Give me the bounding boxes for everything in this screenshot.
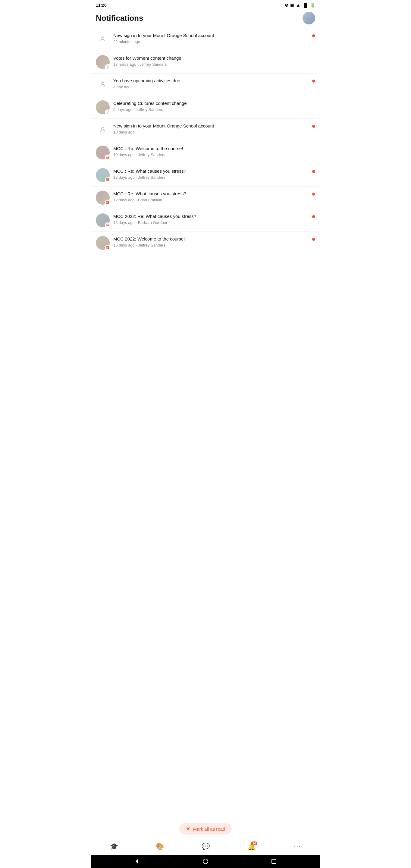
notification-content: Votes for Women! content change 17 hours… xyxy=(113,55,309,67)
svg-rect-25 xyxy=(106,203,107,203)
unread-dot xyxy=(312,193,315,195)
notification-content: New sign in to your Mount Orange School … xyxy=(113,33,309,44)
svg-rect-19 xyxy=(106,179,109,179)
notification-title: New sign in to your Mount Orange School … xyxy=(113,33,309,38)
notification-content: MCC 2022: Re: What causes you stress? 15… xyxy=(113,213,309,225)
nav-icon-more: ⋯ xyxy=(294,843,301,850)
eye-icon: 👁 xyxy=(186,826,191,832)
svg-rect-17 xyxy=(106,158,107,158)
bulb-badge-icon xyxy=(105,110,110,115)
notification-title: MCC : Re: What causes you stress? xyxy=(113,168,309,174)
notification-title: Votes for Women! content change xyxy=(113,55,309,61)
notification-item[interactable]: New sign in to your Mount Orange School … xyxy=(91,119,320,141)
android-recents-button[interactable] xyxy=(271,858,277,864)
notification-content: New sign in to your Mount Orange School … xyxy=(113,123,309,134)
notification-meta: 9 days ago · Jeffrey Sanders xyxy=(113,107,309,112)
notification-avatar xyxy=(96,168,110,182)
wifi-icon: ▲ xyxy=(296,2,301,7)
notification-title: Celebrating Cultures content change xyxy=(113,100,309,106)
bulb-badge-icon xyxy=(105,64,110,70)
sim-icon: ▣ xyxy=(290,3,294,7)
unread-dot xyxy=(312,215,315,218)
notification-meta: 10 days ago · Jeffrey Sanders xyxy=(113,153,309,157)
nav-item-messages[interactable]: 💬 xyxy=(183,841,228,852)
signal-icon: ▐▌ xyxy=(302,3,308,7)
notification-title: MCC : Re: Welcome to the course! xyxy=(113,146,309,152)
notification-title: MCC : Re: What causes you stress? xyxy=(113,191,309,197)
svg-point-12 xyxy=(101,127,104,130)
notification-avatar xyxy=(96,236,110,250)
nav-icon-messages: 💬 xyxy=(201,843,210,850)
notification-content: You have upcoming activities due a day a… xyxy=(113,78,309,89)
unread-dot xyxy=(312,34,315,37)
svg-rect-29 xyxy=(106,225,107,226)
message-badge-icon xyxy=(105,177,110,183)
svg-rect-33 xyxy=(106,248,107,248)
nav-icon-courses: 🎓 xyxy=(110,843,118,850)
notification-item[interactable]: MCC 2022: Re: What causes you stress? 15… xyxy=(91,209,320,232)
page-title: Notifications xyxy=(96,13,143,23)
notification-item[interactable]: MCC 2022: Welcome to the course! 15 days… xyxy=(91,232,320,254)
notification-item[interactable]: MCC : Re: What causes you stress? 12 day… xyxy=(91,187,320,209)
message-badge-icon xyxy=(105,222,110,228)
notification-title: MCC 2022: Re: What causes you stress? xyxy=(113,213,309,219)
android-nav-bar xyxy=(91,855,320,868)
nav-item-more[interactable]: ⋯ xyxy=(274,841,320,852)
message-badge-icon xyxy=(105,155,110,160)
svg-rect-4 xyxy=(107,67,108,68)
notification-avatar xyxy=(96,213,110,227)
mark-all-read-label: Mark all as read xyxy=(193,827,225,832)
nav-item-courses[interactable]: 🎓 xyxy=(91,841,137,852)
notification-meta: 10 days ago xyxy=(113,130,309,134)
svg-rect-36 xyxy=(272,859,276,864)
notification-content: MCC 2022: Welcome to the course! 15 days… xyxy=(113,236,309,247)
notification-item[interactable]: MCC : Re: Welcome to the course! 10 days… xyxy=(91,141,320,164)
notification-item[interactable]: You have upcoming activities due a day a… xyxy=(91,73,320,96)
nav-icon-dashboard: 🎨 xyxy=(156,843,164,850)
notifications-list: New sign in to your Mount Orange School … xyxy=(91,28,320,819)
nav-badge-notifications: 14 xyxy=(251,841,257,845)
svg-point-35 xyxy=(203,859,208,864)
svg-rect-20 xyxy=(106,180,108,180)
notification-content: MCC : Re: Welcome to the course! 10 days… xyxy=(113,146,309,157)
svg-rect-16 xyxy=(106,157,108,157)
notification-meta: a day ago xyxy=(113,85,309,89)
notification-title: New sign in to your Mount Orange School … xyxy=(113,123,309,129)
svg-point-0 xyxy=(101,37,104,39)
svg-rect-23 xyxy=(106,202,109,202)
svg-rect-27 xyxy=(106,224,109,224)
bottom-nav: 🎓 🎨 💬 14 🔔 ⋯ xyxy=(91,839,320,855)
notification-meta: 22 minutes ago xyxy=(113,39,309,44)
notification-meta: 12 days ago · Brian Franklin xyxy=(113,198,309,202)
message-badge-icon xyxy=(105,245,110,250)
svg-rect-11 xyxy=(107,113,108,113)
mark-all-read-button[interactable]: 👁 Mark all as read xyxy=(179,823,232,835)
notification-meta: 17 hours ago · Jeffrey Sanders xyxy=(113,62,309,67)
unread-dot xyxy=(312,125,315,128)
notification-item[interactable]: Votes for Women! content change 17 hours… xyxy=(91,51,320,73)
notification-item[interactable]: New sign in to your Mount Orange School … xyxy=(91,28,320,51)
android-home-button[interactable] xyxy=(202,858,209,864)
unread-dot xyxy=(312,238,315,241)
nav-item-notifications[interactable]: 14 🔔 xyxy=(228,841,274,852)
system-notification-icon xyxy=(96,33,110,46)
svg-rect-24 xyxy=(106,202,108,203)
nav-item-dashboard[interactable]: 🎨 xyxy=(137,841,183,852)
svg-marker-34 xyxy=(135,859,138,864)
svg-rect-21 xyxy=(106,180,107,181)
notification-title: MCC 2022: Welcome to the course! xyxy=(113,236,309,242)
notification-item[interactable]: MCC : Re: What causes you stress? 12 day… xyxy=(91,164,320,187)
notification-avatar xyxy=(96,146,110,159)
notification-avatar xyxy=(96,191,110,205)
header: Notifications xyxy=(91,9,320,28)
user-avatar[interactable] xyxy=(303,12,315,24)
message-badge-icon xyxy=(105,200,110,205)
do-not-disturb-icon: ⊘ xyxy=(285,3,288,7)
battery-icon: 🔋 xyxy=(310,3,315,7)
notification-title: You have upcoming activities due xyxy=(113,78,309,84)
system-notification-icon xyxy=(96,123,110,137)
android-back-button[interactable] xyxy=(134,858,140,864)
notification-item[interactable]: Celebrating Cultures content change 9 da… xyxy=(91,96,320,119)
notification-meta: 15 days ago · Barbara Gardner xyxy=(113,220,309,225)
system-notification-icon xyxy=(96,78,110,92)
